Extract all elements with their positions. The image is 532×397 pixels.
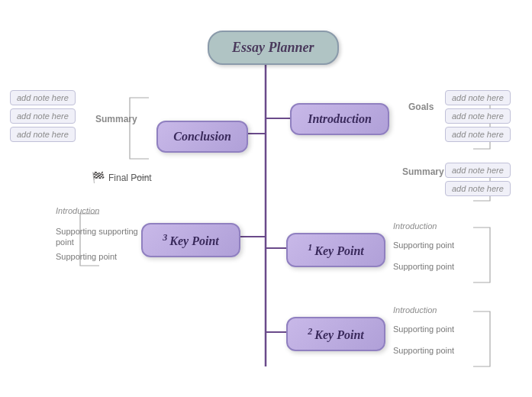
conclusion-node[interactable]: Conclusion bbox=[156, 121, 248, 153]
goals-label-text: Goals bbox=[408, 102, 434, 112]
kp3-point-2: Supporting point bbox=[56, 252, 117, 261]
kp3-point-2-text: Supporting point bbox=[56, 252, 117, 261]
final-point-label: Final Point bbox=[108, 173, 152, 183]
kp2-point-1-text: Supporting point bbox=[393, 324, 454, 334]
conclusion-summary-label: Summary bbox=[95, 114, 137, 124]
kp2-number: 2 bbox=[308, 326, 312, 337]
keypoint3-node[interactable]: 3Key Point bbox=[141, 223, 240, 257]
intro-summary-note-1[interactable]: add note here bbox=[445, 163, 511, 178]
kp1-number: 1 bbox=[308, 242, 312, 253]
conclusion-note-1[interactable]: add note here bbox=[10, 90, 76, 105]
title-node: Essay Planner bbox=[208, 31, 339, 65]
introduction-node[interactable]: Introduction bbox=[290, 103, 389, 135]
conclusion-note-3-text: add note here bbox=[17, 130, 69, 139]
conclusion-note-3[interactable]: add note here bbox=[10, 127, 76, 142]
introduction-goals-label: Goals bbox=[408, 102, 434, 112]
kp1-point-1-text: Supporting point bbox=[393, 240, 454, 250]
intro-summary-label-text: Summary bbox=[402, 166, 444, 177]
kp1-point-2: Supporting point bbox=[393, 262, 454, 271]
kp1-point-1: Supporting point bbox=[393, 240, 454, 250]
intro-summary-note-2[interactable]: add note here bbox=[445, 181, 511, 196]
intro-goals-note-1[interactable]: add note here bbox=[445, 90, 511, 105]
introduction-summary-label: Summary bbox=[402, 166, 444, 177]
conclusion-summary-text: Summary bbox=[95, 114, 137, 124]
kp3-intro-text: Introduction bbox=[56, 206, 99, 215]
kp1-intro-text: Introduction bbox=[393, 221, 437, 231]
keypoint1-node[interactable]: 1Key Point bbox=[286, 233, 385, 267]
conclusion-note-2-text: add note here bbox=[17, 111, 69, 121]
kp2-intro-label: Introduction bbox=[393, 305, 437, 315]
kp2-intro-text: Introduction bbox=[393, 305, 437, 315]
flag-icon: 🏁 bbox=[92, 171, 105, 184]
kp1-intro-label: Introduction bbox=[393, 221, 437, 231]
intro-goals-note-3[interactable]: add note here bbox=[445, 127, 511, 142]
intro-summary-note-1-text: add note here bbox=[452, 166, 504, 175]
title-label: Essay Planner bbox=[232, 40, 314, 55]
conclusion-note-2[interactable]: add note here bbox=[10, 108, 76, 124]
conclusion-label: Conclusion bbox=[173, 130, 231, 143]
intro-goals-note-2[interactable]: add note here bbox=[445, 108, 511, 124]
kp3-label: Key Point bbox=[169, 234, 218, 247]
final-point: 🏁 Final Point bbox=[92, 171, 152, 184]
intro-goals-note-3-text: add note here bbox=[452, 130, 504, 139]
kp1-point-2-text: Supporting point bbox=[393, 262, 454, 271]
intro-summary-note-2-text: add note here bbox=[452, 184, 504, 193]
kp2-point-1: Supporting point bbox=[393, 324, 454, 334]
kp3-point-1: Supporting supporting point bbox=[56, 226, 140, 248]
conclusion-note-1-text: add note here bbox=[17, 93, 69, 102]
kp1-label: Key Point bbox=[314, 244, 363, 257]
mind-map-canvas: Essay Planner Conclusion Summary add not… bbox=[0, 0, 532, 397]
intro-goals-note-2-text: add note here bbox=[452, 111, 504, 121]
kp3-number: 3 bbox=[163, 232, 167, 243]
kp3-point-1-text: Supporting supporting point bbox=[56, 227, 138, 247]
kp2-label: Key Point bbox=[314, 328, 363, 341]
kp2-point-2: Supporting point bbox=[393, 346, 454, 355]
introduction-label: Introduction bbox=[308, 112, 372, 125]
kp2-point-2-text: Supporting point bbox=[393, 346, 454, 355]
intro-goals-note-1-text: add note here bbox=[452, 93, 504, 102]
kp3-intro-label: Introduction bbox=[56, 206, 99, 215]
keypoint2-node[interactable]: 2Key Point bbox=[286, 317, 385, 351]
